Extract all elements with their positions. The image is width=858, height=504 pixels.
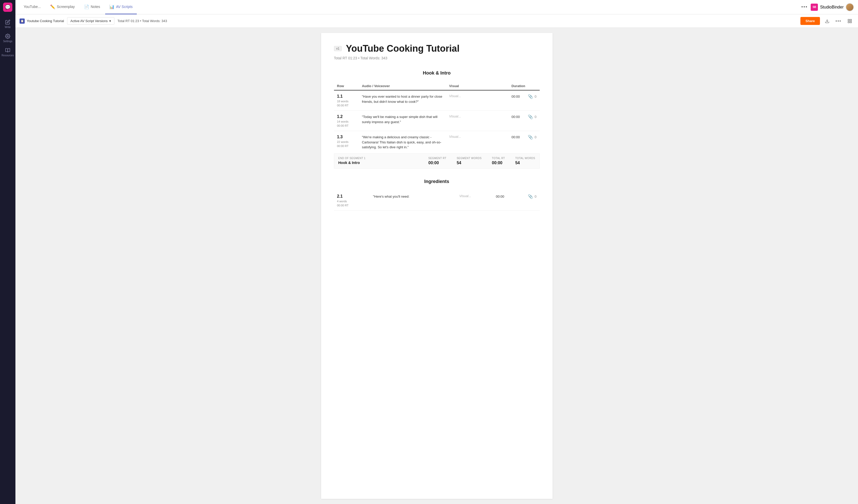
tab-notes[interactable]: 📄 Notes	[80, 0, 105, 14]
more-options-button[interactable]: •••	[835, 17, 843, 25]
more-dots: •••	[801, 4, 808, 10]
audio-cell[interactable]: "We're making a delicious and creamy cla…	[359, 131, 446, 154]
toolbar-project-name: Youtube Cooking Tutorial	[27, 19, 64, 23]
duration-cell: 00:00 📎 0	[508, 131, 539, 154]
project-name-text: YouTube...	[23, 5, 41, 9]
resources-icon	[5, 48, 10, 53]
attachment-cell[interactable]: 📎 0	[528, 194, 536, 199]
notes-icon: 📄	[84, 4, 89, 9]
export-button[interactable]	[823, 17, 831, 25]
export-icon	[825, 19, 829, 23]
row-number-cell: 2.1 4 words 00:00 RT	[334, 191, 370, 211]
segment-rt-value: 00:00	[428, 161, 446, 165]
total-rt-label: TOTAL RT	[492, 157, 505, 160]
nav-more-button[interactable]: •••	[799, 2, 810, 12]
settings-icon	[5, 34, 10, 39]
col-visual: Visual	[446, 82, 508, 90]
col-audio: Audio / Voiceover	[359, 82, 446, 90]
attachment-cell[interactable]: 📎 0	[528, 114, 536, 119]
row-number-cell: 1.1 18 words 00:00 RT	[334, 90, 359, 111]
total-words-value: 54	[515, 161, 535, 165]
tab-screenplay-label: Screenplay	[57, 5, 75, 9]
row-number: 1.3	[337, 135, 356, 139]
svg-rect-3	[850, 19, 852, 20]
visual-cell[interactable]: Visual...	[446, 90, 508, 111]
segment-words-value: 54	[457, 161, 481, 165]
sidebar-item-settings[interactable]: Settings	[0, 31, 15, 45]
duration-value: 00:00	[496, 195, 504, 198]
row-words: 14 words	[337, 120, 356, 123]
table-header-row: Row Audio / Voiceover Visual Duration	[334, 82, 540, 90]
sidebar-settings-label: Settings	[3, 40, 12, 43]
duration-cell: 00:00 📎 0	[493, 191, 539, 211]
attachment-icon: 📎	[528, 94, 533, 99]
audio-text: "Have you ever wanted to host a dinner p…	[362, 94, 443, 104]
sidebar-item-write[interactable]: Write	[0, 17, 15, 31]
attachment-count: 0	[535, 135, 536, 139]
toolbar-stats: Total RT 01:23 • Total Words: 343	[117, 19, 167, 23]
audio-cell[interactable]: "Here's what you'll need:	[370, 191, 456, 211]
duration-value: 00:00	[511, 135, 520, 139]
user-name: StudioBinder	[820, 5, 844, 10]
row-rt: 00:00 RT	[337, 144, 356, 148]
visual-placeholder: Visual...	[449, 114, 461, 118]
attachment-count: 0	[535, 115, 536, 119]
version-selector[interactable]: Active AV Script Versions ▾	[67, 17, 114, 25]
col-duration: Duration	[508, 82, 539, 90]
segment-stats: SEGMENT RT 00:00 SEGMENT WORDS 54 TOTAL …	[428, 157, 535, 165]
duration-cell: 00:00 📎 0	[508, 90, 539, 111]
screenplay-icon: ✏️	[50, 4, 55, 9]
attachment-cell[interactable]: 📎 0	[528, 135, 536, 140]
total-words-stat: TOTAL WORDS 54	[515, 157, 535, 165]
script-document: v1 YouTube Cooking Tutorial Total RT 01:…	[321, 33, 553, 499]
version-label: Active AV Script Versions	[70, 19, 108, 23]
segment-rt-label: SEGMENT RT	[428, 157, 446, 160]
segment-name: Hook & Intro	[338, 161, 366, 165]
row-rt: 00:00 RT	[337, 124, 356, 127]
view-toggle-button[interactable]	[846, 17, 854, 25]
content-area: v1 YouTube Cooking Tutorial Total RT 01:…	[15, 28, 858, 504]
av-scripts-icon: 📊	[109, 4, 114, 9]
logo-icon: 💬	[5, 4, 11, 10]
attachment-icon: 📎	[528, 135, 533, 140]
tab-av-scripts[interactable]: 📊 AV Scripts	[105, 0, 137, 14]
total-rt-value: 00:00	[492, 161, 505, 165]
share-button[interactable]: Share	[800, 17, 820, 25]
section-heading-2: Ingredients	[334, 179, 540, 184]
audio-cell[interactable]: "Have you ever wanted to host a dinner p…	[359, 90, 446, 111]
audio-text: "Here's what you'll need:	[373, 194, 453, 199]
svg-rect-4	[848, 21, 849, 22]
visual-cell[interactable]: Visual...	[446, 111, 508, 131]
nav-user[interactable]: SB StudioBinder	[811, 3, 854, 11]
av-table-2: 2.1 4 words 00:00 RT "Here's what you'll…	[334, 191, 540, 211]
audio-text: "We're making a delicious and creamy cla…	[362, 135, 443, 150]
attachment-cell[interactable]: 📎 0	[528, 94, 536, 99]
script-subtitle: Total RT 01:23 • Total Words: 343	[334, 56, 540, 60]
app-logo[interactable]: 💬	[3, 3, 12, 12]
section-heading-1: Hook & Intro	[334, 70, 540, 76]
visual-cell[interactable]: Visual...	[446, 131, 508, 154]
audio-cell[interactable]: "Today we'll be making a super simple di…	[359, 111, 446, 131]
project-icon: 📋	[19, 18, 25, 23]
svg-rect-5	[850, 21, 852, 22]
attachment-count: 0	[535, 195, 536, 198]
row-rt: 00:00 RT	[337, 104, 356, 107]
sidebar-write-label: Write	[5, 26, 11, 29]
sidebar-item-resources[interactable]: Resources	[0, 45, 15, 59]
toolbar: 📋 Youtube Cooking Tutorial Active AV Scr…	[15, 14, 858, 28]
visual-cell[interactable]: Visual...	[456, 191, 493, 211]
tab-screenplay[interactable]: ✏️ Screenplay	[46, 0, 79, 14]
top-nav: YouTube... ✏️ Screenplay 📄 Notes 📊 AV Sc…	[15, 0, 858, 14]
row-number-cell: 1.2 14 words 00:00 RT	[334, 111, 359, 131]
tab-av-scripts-label: AV Scripts	[116, 5, 132, 9]
end-label: END OF SEGMENT 1	[338, 157, 366, 160]
svg-point-0	[7, 36, 9, 37]
av-table-1: Row Audio / Voiceover Visual Duration 1.…	[334, 82, 540, 154]
attachment-icon: 📎	[528, 114, 533, 119]
tab-notes-label: Notes	[91, 5, 100, 9]
attachment-icon: 📎	[528, 194, 533, 199]
nav-project-name: YouTube...	[19, 0, 45, 14]
duration-value: 00:00	[511, 115, 520, 119]
row-number-cell: 1.3 22 words 00:00 RT	[334, 131, 359, 154]
row-number: 2.1	[337, 194, 367, 199]
